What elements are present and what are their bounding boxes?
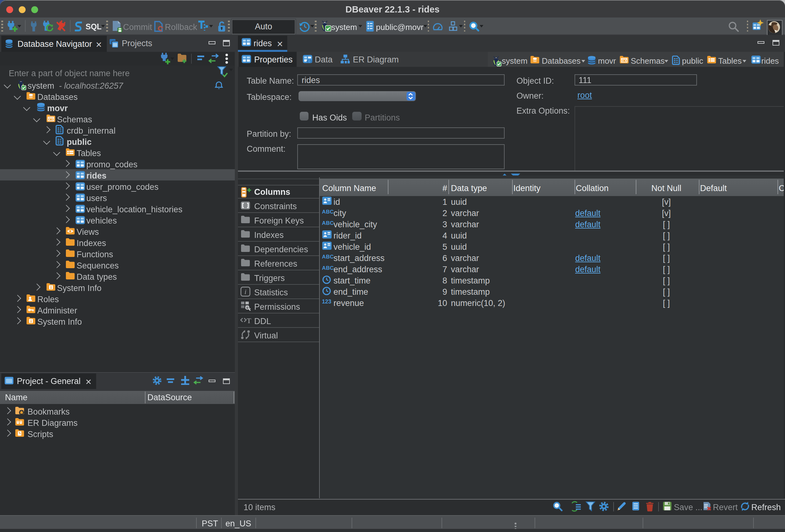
svg-text:i: i: [245, 288, 246, 296]
svg-text:T: T: [247, 316, 251, 325]
